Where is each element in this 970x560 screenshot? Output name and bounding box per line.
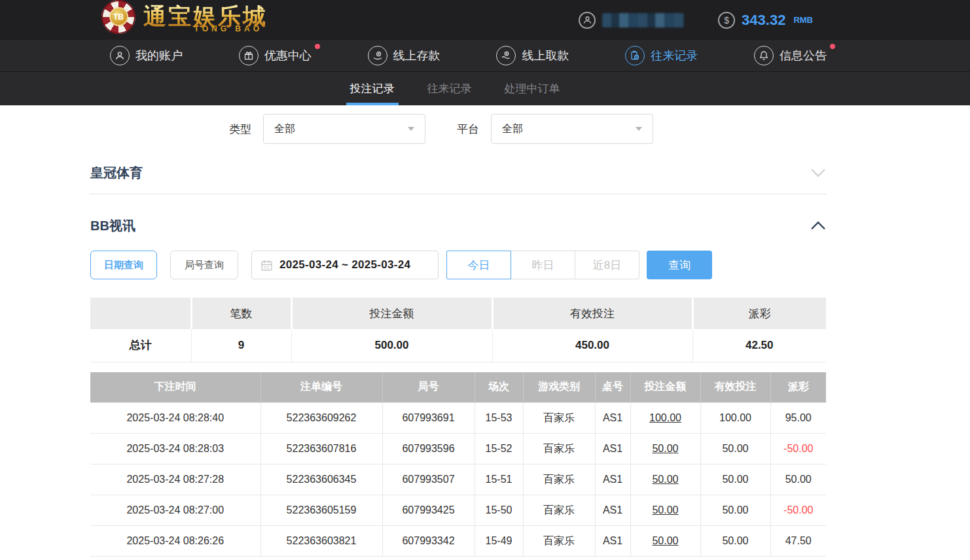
user-account[interactable] — [579, 12, 684, 29]
nav-item-online-withdrawal[interactable]: 线上取款 — [496, 46, 569, 65]
summary-header-valid-bet: 有效投注 — [492, 298, 692, 329]
summary-header-blank — [90, 298, 191, 329]
last-8-days-button[interactable]: 近8日 — [575, 251, 639, 279]
nav-label: 往来记录 — [651, 48, 698, 63]
table-row: 2025-03-24 08:27:00 522363605159 6079934… — [90, 495, 826, 526]
table-row: 2025-03-24 08:28:03 522363607816 6079935… — [90, 434, 826, 464]
session: 15-53 — [475, 403, 523, 434]
record-tabs-bar: 投注记录 往来记录 处理中订单 — [0, 72, 970, 105]
order-id: 522363609262 — [260, 403, 382, 434]
platform-filter-label: 平台 — [457, 122, 479, 137]
main-navigation: 我的账户 优惠中心 线上存款 — [0, 40, 970, 72]
top-header-bar: TB 通宝娱乐城 TONG BAO $ 343.32 RMB — [0, 0, 970, 40]
tab-bet-records[interactable]: 投注记录 — [348, 72, 397, 105]
balance-currency: RMB — [793, 15, 813, 25]
bet-amount-link[interactable]: 50.00 — [630, 464, 700, 495]
summary-header-count: 笔数 — [191, 298, 291, 329]
valid-bet: 50.00 — [700, 526, 770, 557]
table-no: AS1 — [595, 403, 630, 434]
deposit-icon — [368, 46, 387, 65]
summary-table: 笔数 投注金额 有效投注 派彩 总计 9 500.00 450.00 42.50 — [90, 298, 826, 362]
bet-time: 2025-03-24 08:28:03 — [90, 434, 260, 464]
dollar-icon: $ — [718, 12, 735, 29]
summary-bet-amount: 500.00 — [291, 329, 492, 362]
col-payout: 派彩 — [770, 372, 826, 403]
col-valid-bet: 有效投注 — [700, 372, 770, 403]
valid-bet: 50.00 — [700, 464, 770, 495]
nav-item-announcements[interactable]: 信息公告 — [754, 46, 827, 65]
site-logo[interactable]: TB 通宝娱乐城 TONG BAO — [101, 4, 268, 34]
balance-display[interactable]: $ 343.32 RMB — [718, 12, 813, 29]
bet-amount-link[interactable]: 50.00 — [630, 434, 700, 464]
query-controls: 日期查询 局号查询 2025-03-24 ~ 2025-03-24 今日 昨日 … — [90, 251, 826, 279]
date-range-input[interactable]: 2025-03-24 ~ 2025-03-24 — [251, 251, 439, 279]
main-content: 类型 全部 平台 全部 皇冠体育 BB视讯 日期查询 局号查询 — [0, 114, 826, 557]
tab-transaction-records[interactable]: 往来记录 — [425, 72, 475, 105]
bet-time: 2025-03-24 08:27:00 — [90, 495, 260, 526]
summary-total-label: 总计 — [90, 329, 191, 362]
valid-bet: 50.00 — [700, 434, 770, 464]
payout: -50.00 — [770, 495, 826, 526]
round-id: 607993596 — [382, 434, 475, 464]
chevron-up-icon[interactable] — [810, 221, 826, 230]
username-redacted — [602, 13, 684, 27]
round-id: 607993425 — [382, 495, 475, 526]
section-title: 皇冠体育 — [90, 164, 143, 182]
nav-item-online-deposit[interactable]: 线上存款 — [368, 46, 440, 65]
notification-dot — [830, 44, 835, 49]
today-button[interactable]: 今日 — [446, 251, 511, 279]
date-query-button[interactable]: 日期查询 — [90, 251, 157, 279]
round-query-button[interactable]: 局号查询 — [170, 251, 238, 279]
bell-icon — [754, 46, 774, 65]
bet-amount-link[interactable]: 50.00 — [630, 526, 700, 557]
nav-label: 线上取款 — [522, 48, 569, 63]
chevron-down-icon[interactable] — [810, 168, 826, 177]
bet-amount-link[interactable]: 50.00 — [630, 495, 700, 526]
nav-item-promotions[interactable]: 优惠中心 — [239, 46, 312, 65]
section-bb-live: BB视讯 — [90, 213, 826, 239]
summary-header-bet-amount: 投注金额 — [291, 298, 492, 329]
col-table-no: 桌号 — [595, 372, 630, 403]
game-type: 百家乐 — [523, 495, 595, 526]
table-no: AS1 — [595, 464, 630, 495]
summary-header-row: 笔数 投注金额 有效投注 派彩 — [90, 298, 826, 329]
tab-pending-orders[interactable]: 处理中订单 — [502, 72, 563, 105]
session: 15-50 — [475, 495, 523, 526]
date-range-value: 2025-03-24 ~ 2025-03-24 — [279, 258, 410, 271]
yesterday-button[interactable]: 昨日 — [511, 251, 575, 279]
nav-item-transaction-records[interactable]: 往来记录 — [625, 46, 698, 65]
session: 15-52 — [475, 434, 523, 464]
bet-amount-link[interactable]: 100.00 — [630, 403, 700, 434]
nav-label: 我的账户 — [135, 48, 183, 63]
col-session: 场次 — [475, 372, 523, 403]
platform-select-value: 全部 — [502, 122, 523, 136]
quick-date-group: 今日 昨日 近8日 — [446, 251, 639, 279]
gift-icon — [239, 46, 259, 65]
table-no: AS1 — [595, 526, 630, 557]
site-subtitle: TONG BAO — [143, 25, 268, 33]
search-button[interactable]: 查询 — [647, 251, 712, 279]
payout: 95.00 — [770, 403, 826, 434]
nav-label: 线上存款 — [393, 48, 440, 63]
balance-amount: 343.32 — [742, 12, 785, 29]
game-type: 百家乐 — [523, 403, 595, 434]
session: 15-51 — [475, 464, 523, 495]
col-round-id: 局号 — [382, 372, 475, 403]
notification-dot — [315, 44, 320, 49]
table-no: AS1 — [595, 495, 630, 526]
game-type: 百家乐 — [523, 464, 595, 495]
bet-table-header-row: 下注时间 注单编号 局号 场次 游戏类别 桌号 投注金额 有效投注 派彩 — [90, 372, 826, 403]
type-select-value: 全部 — [274, 122, 295, 136]
user-icon — [110, 46, 130, 65]
platform-select[interactable]: 全部 — [491, 114, 653, 144]
user-avatar-icon — [579, 12, 596, 29]
session: 15-49 — [475, 526, 523, 557]
order-id: 522363605159 — [260, 495, 382, 526]
game-type: 百家乐 — [523, 526, 595, 557]
nav-item-my-account[interactable]: 我的账户 — [110, 46, 183, 65]
table-no: AS1 — [595, 434, 630, 464]
round-id: 607993691 — [382, 403, 475, 434]
payout: 50.00 — [770, 464, 826, 495]
calendar-icon — [260, 259, 273, 271]
type-select[interactable]: 全部 — [263, 114, 425, 144]
